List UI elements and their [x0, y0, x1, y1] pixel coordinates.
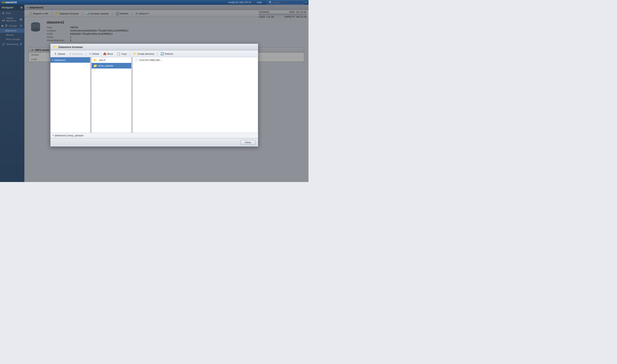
- datastore1-item[interactable]: ▪ datastore1: [50, 57, 90, 63]
- close-label: Close: [245, 141, 251, 144]
- sdd-sf-label: .sdd.sf: [98, 59, 105, 61]
- download-button[interactable]: ⬇ Download: [67, 52, 84, 56]
- file-pane-middle: 📁 .sdd.sf 📁 temp_uploads: [92, 57, 132, 133]
- sep: |: [255, 1, 256, 4]
- close-button[interactable]: Close: [240, 140, 255, 145]
- esxi-file-item[interactable]: 📄 ESXi703-VMKUSB-...: [133, 57, 258, 63]
- upload-icon: ⬆: [54, 52, 57, 55]
- modal-header: 📁 Datastore browser: [50, 44, 258, 50]
- sdd-sf-item[interactable]: 📁 .sdd.sf: [92, 57, 131, 63]
- esxi-file-label: ESXi703-VMKUSB-...: [139, 59, 162, 61]
- download-icon: ⬇: [69, 52, 71, 55]
- status-text: [datastore1] temp_uploads/: [55, 134, 83, 137]
- top-bar-right: root@192.168.178.29 ▾ | Help ▾ | 🔍 ▾: [228, 1, 307, 4]
- separator-2: ▾: [263, 1, 264, 4]
- delete-icon: ✕: [89, 52, 91, 55]
- modal-refresh-icon: 🔄: [160, 52, 164, 55]
- search-input[interactable]: [273, 1, 301, 4]
- move-button[interactable]: 📤 Move: [101, 52, 115, 56]
- datastore1-item-icon: ▪: [52, 58, 53, 62]
- file-icon-esxi: 📄: [135, 58, 138, 62]
- modal-footer: Close: [50, 138, 258, 146]
- move-label: Move: [107, 52, 113, 55]
- temp-uploads-label: temp_uploads: [98, 65, 113, 67]
- datastore1-item-label: datastore1: [55, 59, 66, 61]
- modal-refresh-button[interactable]: 🔄 Refresh: [159, 52, 175, 56]
- upload-button[interactable]: ⬆ Upload: [53, 52, 67, 56]
- modal-sep-1: [86, 52, 86, 56]
- delete-label: Delete: [92, 52, 99, 55]
- main-layout: Navigator ⊞ 🖥 Host 💻 Virtual Machines 0 …: [0, 5, 308, 182]
- create-directory-label: Create directory: [137, 52, 154, 55]
- file-pane-right: 📄 ESXi703-VMKUSB-...: [133, 57, 258, 133]
- modal-body: ▪ datastore1 ⋮ 📁 .sdd.sf 📁 temp_uploads: [50, 57, 258, 133]
- modal-title: Datastore browser: [58, 45, 83, 49]
- search-dropdown-icon[interactable]: ▾: [305, 1, 307, 4]
- temp-uploads-item[interactable]: 📁 temp_uploads: [92, 63, 131, 68]
- upload-label: Upload: [57, 52, 65, 55]
- modal-sep-3: [157, 52, 157, 56]
- modal-header-icon: 📁: [53, 45, 57, 49]
- modal-toolbar: ⬆ Upload ⬇ Download ✕ Delete 📤 Move 📋: [50, 50, 258, 57]
- folder-icon-temp: 📁: [93, 64, 97, 67]
- separator-1: ▾: [252, 1, 254, 4]
- file-pane-left: ▪ datastore1: [50, 57, 90, 133]
- create-dir-icon: 📁: [133, 52, 137, 55]
- top-bar: vm ware ESXi root@192.168.178.29 ▾ | Hel…: [0, 0, 308, 5]
- logo-area: vm ware ESXi: [2, 1, 226, 4]
- modal-overlay: 📁 Datastore browser ⬆ Upload ⬇ Download …: [0, 5, 308, 182]
- svg-text:ware: ware: [5, 1, 12, 4]
- datastore-browser-modal: 📁 Datastore browser ⬆ Upload ⬇ Download …: [50, 43, 258, 147]
- svg-text:vm: vm: [2, 1, 5, 4]
- svg-text:ESXi: ESXi: [12, 1, 17, 4]
- copy-icon: 📋: [117, 52, 120, 55]
- vmware-logo: vm ware ESXi: [2, 1, 17, 4]
- folder-icon-sdd: 📁: [93, 58, 97, 62]
- download-label: Download: [72, 52, 83, 55]
- modal-status-bar: ▪ [datastore1] temp_uploads/: [50, 133, 258, 138]
- create-directory-button[interactable]: 📁 Create directory: [131, 52, 156, 56]
- search-icon: 🔍: [269, 1, 272, 4]
- delete-button[interactable]: ✕ Delete: [87, 52, 101, 56]
- search-box[interactable]: 🔍: [268, 1, 304, 4]
- copy-label: Copy: [121, 52, 127, 55]
- modal-refresh-label: Refresh: [165, 52, 173, 55]
- copy-button[interactable]: 📋 Copy: [115, 52, 128, 56]
- status-icon: ▪: [53, 134, 54, 137]
- help-label[interactable]: Help: [257, 1, 262, 4]
- sep2: |: [266, 1, 266, 4]
- user-label[interactable]: root@192.168.178.29: [228, 1, 251, 4]
- move-icon: 📤: [103, 52, 107, 55]
